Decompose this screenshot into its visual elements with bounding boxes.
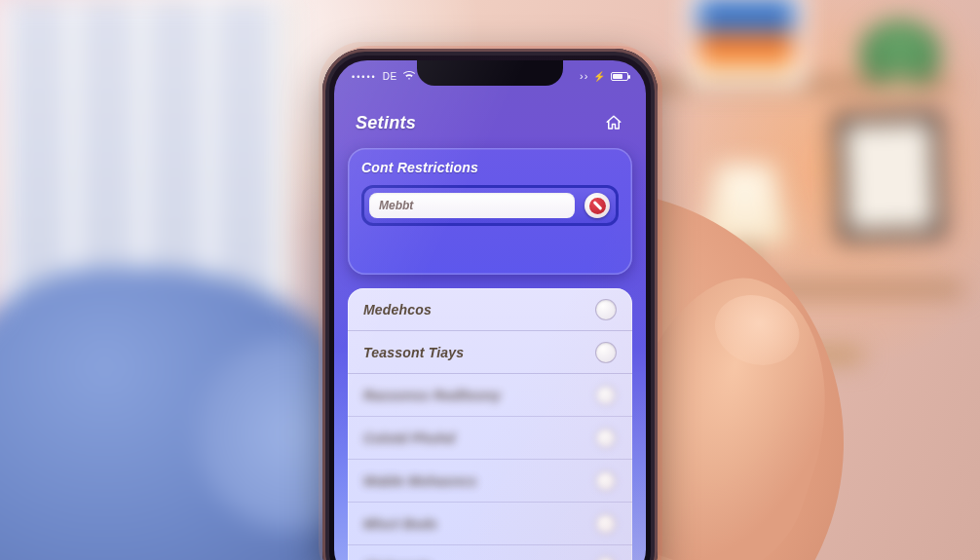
page-header: Setints [334,103,646,142]
list-item-label: Mlsct Bsds [363,516,437,532]
notch [417,60,563,86]
list-item-label: Teassont Tiays [363,345,464,360]
phone-screen: DE Setints [334,60,646,560]
settings-list[interactable]: MedehcosTeassont TiaysRassonss Redltxony… [348,288,632,560]
restriction-field-row [361,185,619,226]
battery-icon [611,72,628,81]
list-item[interactable]: Colotd Phohd [348,417,632,460]
charging-icon [593,71,606,82]
list-item-label: Colotd Phohd [363,430,455,446]
list-item-label: Rassonss Redltxony [363,388,501,403]
restrictions-section-label: Cont Restrictions [361,160,619,175]
phone-frame: DE Setints [322,49,658,560]
list-item[interactable]: Olcbonste [348,545,632,560]
list-item-label: Wable Mohasncs [363,473,476,489]
list-item[interactable]: Wable Mohasncs [348,460,632,503]
wifi-icon [403,71,415,81]
radio-icon[interactable] [595,299,617,320]
radio-icon[interactable] [595,513,617,535]
radio-icon[interactable] [595,385,617,406]
carrier-label: DE [383,71,397,82]
list-item[interactable]: Medehcos [348,288,632,331]
home-icon[interactable] [603,112,624,133]
list-item[interactable]: Rassonss Redltxony [348,374,632,417]
signal-dots-icon [352,71,377,82]
nav-chevrons-icon [580,70,586,82]
radio-icon[interactable] [595,470,617,492]
list-item[interactable]: Teassont Tiays [348,331,632,374]
deny-button[interactable] [584,193,610,218]
list-item-label: Medehcos [363,302,432,317]
list-item[interactable]: Mlsct Bsds [348,503,632,545]
deny-icon [589,198,606,214]
restrictions-card: Cont Restrictions [348,148,632,275]
page-title: Setints [356,113,416,133]
radio-icon[interactable] [595,556,617,561]
restriction-text-field[interactable] [369,193,575,218]
radio-icon[interactable] [595,428,617,449]
scene: DE Setints [0,0,980,560]
radio-icon[interactable] [595,342,617,363]
